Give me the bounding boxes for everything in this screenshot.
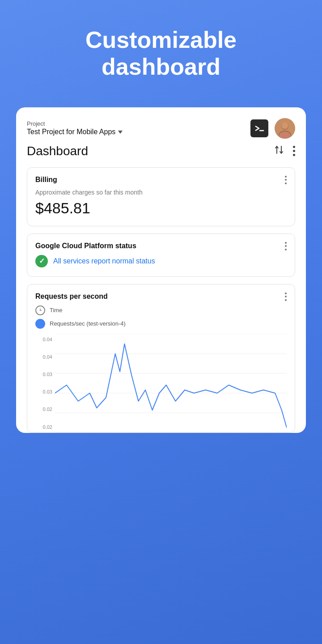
y-axis: 0.04 0.04 0.03 0.03 0.02 0.02 <box>35 334 55 432</box>
billing-widget: Billing Approximate charges so far this … <box>27 167 295 226</box>
y-label-6: 0.04 <box>35 337 52 342</box>
sort-button[interactable] <box>273 144 285 158</box>
clock-icon <box>35 305 45 315</box>
dot1 <box>285 242 287 244</box>
legend-time: Time <box>35 305 287 315</box>
rps-widget-header: Requests per second <box>35 292 287 301</box>
billing-subtitle: Approximate charges so far this month <box>35 189 287 196</box>
y-label-3: 0.03 <box>35 389 52 394</box>
rps-title: Requests per second <box>35 292 108 301</box>
dot3 <box>285 299 287 301</box>
terminal-button[interactable] <box>250 119 268 137</box>
dot3 <box>285 182 287 184</box>
checkmark: ✓ <box>39 258 45 265</box>
avatar[interactable] <box>275 118 295 139</box>
dot3 <box>293 154 295 156</box>
billing-title: Billing <box>35 176 57 184</box>
billing-widget-header: Billing <box>35 176 287 184</box>
legend-rps-dot <box>35 319 45 329</box>
legend-rps: Requests/sec (test-version-4) <box>35 319 287 329</box>
chart-plot <box>55 334 287 432</box>
y-label-1: 0.02 <box>35 424 52 430</box>
svg-point-5 <box>282 122 288 129</box>
project-name-text: Test Project for Mobile Apps <box>27 128 115 136</box>
dot2 <box>285 245 287 247</box>
status-link[interactable]: All services report normal status <box>53 257 155 265</box>
page-title: Dashboard <box>27 144 88 158</box>
chart-area: 0.04 0.04 0.03 0.03 0.02 0.02 <box>35 334 287 432</box>
y-label-4: 0.03 <box>35 372 52 377</box>
status-more-button[interactable] <box>285 242 287 250</box>
status-widget-header: Google Cloud Platform status <box>35 242 287 250</box>
project-header: Project Test Project for Mobile Apps <box>27 118 295 139</box>
legend-rps-label: Requests/sec (test-version-4) <box>50 320 126 327</box>
dot1 <box>285 292 287 294</box>
dot2 <box>285 179 287 181</box>
main-card: Project Test Project for Mobile Apps <box>16 107 306 433</box>
chart-legend: Time Requests/sec (test-version-4) <box>35 305 287 329</box>
y-label-2: 0.02 <box>35 407 52 412</box>
legend-time-label: Time <box>50 307 62 314</box>
y-label-5: 0.04 <box>35 354 52 360</box>
status-title: Google Cloud Platform status <box>35 242 136 250</box>
billing-amount: $485.81 <box>35 199 287 217</box>
project-label: Project <box>27 120 123 127</box>
dashboard-actions <box>273 144 295 158</box>
dot1 <box>285 176 287 178</box>
dashboard-row: Dashboard <box>27 144 295 158</box>
status-widget: Google Cloud Platform status ✓ All servi… <box>27 233 295 277</box>
more-options-button[interactable] <box>293 146 295 156</box>
project-dropdown-icon[interactable] <box>118 131 123 134</box>
billing-more-button[interactable] <box>285 176 287 184</box>
project-info: Project Test Project for Mobile Apps <box>27 120 123 136</box>
dot2 <box>285 296 287 297</box>
dot2 <box>293 150 295 152</box>
chart-svg <box>55 334 287 432</box>
dot3 <box>285 249 287 250</box>
dot1 <box>293 146 295 148</box>
project-name-row[interactable]: Test Project for Mobile Apps <box>27 128 123 136</box>
status-row: ✓ All services report normal status <box>35 255 287 267</box>
status-check-icon: ✓ <box>35 255 48 267</box>
header-icons <box>250 118 295 139</box>
hero-title: Customizable dashboard <box>0 27 322 80</box>
rps-more-button[interactable] <box>285 292 287 301</box>
rps-widget: Requests per second Time Reques <box>27 284 295 433</box>
